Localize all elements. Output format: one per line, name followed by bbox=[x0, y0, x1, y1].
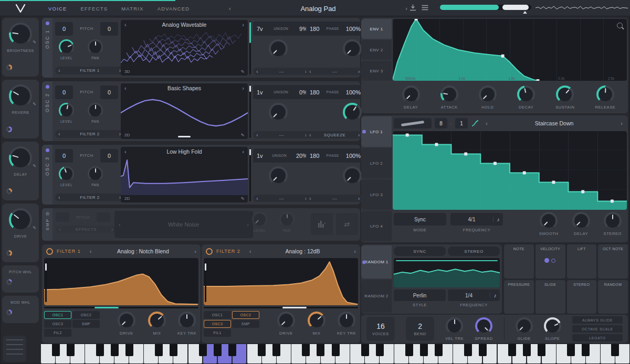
black-key[interactable] bbox=[111, 344, 119, 356]
sample-tab[interactable]: SMP bbox=[42, 208, 52, 241]
preset-selector[interactable]: ‹ Analog Pad › bbox=[225, 1, 412, 16]
black-key[interactable] bbox=[52, 344, 60, 356]
random-tab[interactable]: RANDOM 2 bbox=[361, 280, 392, 313]
lfo-grid-rows-field[interactable]: 8 bbox=[435, 118, 447, 129]
wavetable-edit-icon[interactable]: ✎ bbox=[240, 69, 245, 74]
wheel-cell[interactable]: MOD WHL bbox=[2, 296, 39, 323]
lfo-mode-button[interactable]: Sync bbox=[394, 213, 446, 226]
glide-knob[interactable] bbox=[516, 317, 533, 335]
bend-value[interactable]: 2 bbox=[418, 322, 422, 330]
chevron-left-icon[interactable]: ‹ bbox=[59, 227, 61, 232]
note-icon[interactable]: ♪ bbox=[490, 293, 500, 298]
black-key[interactable] bbox=[376, 344, 384, 356]
env-knob[interactable] bbox=[440, 85, 458, 103]
wavetable-prev-icon[interactable]: ‹ bbox=[124, 149, 127, 155]
lfo-tab[interactable]: LFO 2 bbox=[361, 148, 392, 178]
vel-trk-knob[interactable] bbox=[446, 317, 463, 335]
chevron-left-icon[interactable]: ‹ bbox=[58, 131, 60, 137]
filter-model-next-icon[interactable]: › bbox=[194, 249, 196, 254]
filter2-display[interactable] bbox=[204, 258, 358, 305]
slope-knob[interactable] bbox=[544, 317, 561, 335]
macro-knob[interactable] bbox=[9, 84, 32, 108]
chevron-right-icon[interactable]: › bbox=[358, 69, 360, 74]
filter-input-toggle[interactable]: SMP bbox=[72, 320, 100, 328]
env-knob[interactable] bbox=[556, 85, 574, 103]
lfo-knob[interactable] bbox=[604, 212, 622, 230]
lfo-tab[interactable]: LFO 1 bbox=[361, 116, 392, 147]
black-key[interactable] bbox=[155, 344, 163, 356]
random-stereo-button[interactable]: STEREO bbox=[448, 247, 500, 256]
black-key[interactable] bbox=[582, 344, 590, 356]
osc3-pan-knob[interactable] bbox=[88, 166, 103, 181]
preset-next-icon[interactable]: › bbox=[405, 6, 407, 12]
phase-rand-value[interactable]: 100% bbox=[346, 89, 361, 95]
osc1-phase-control[interactable]: 180 PHASE 100% bbox=[306, 22, 364, 36]
phase-rand-value[interactable]: 100% bbox=[346, 26, 361, 32]
lfo-shape-selector[interactable]: ‹ Staircase Down › bbox=[482, 120, 626, 126]
unison-voices-value[interactable]: 1v bbox=[257, 153, 263, 159]
black-key[interactable] bbox=[538, 344, 545, 356]
osc2-morph-slider[interactable] bbox=[249, 84, 251, 138]
sample-pitch-controls[interactable]: PITCH bbox=[56, 212, 110, 222]
black-key[interactable] bbox=[435, 344, 443, 356]
filter1-drive-knob[interactable] bbox=[118, 312, 135, 329]
nav-tab[interactable]: VOICE bbox=[48, 6, 67, 12]
lfo-knob[interactable] bbox=[540, 212, 558, 230]
macro-knob[interactable] bbox=[9, 146, 32, 169]
random-frequency-button[interactable]: 1/4 ♪ bbox=[448, 290, 500, 301]
bend-control[interactable]: 2 BEND bbox=[406, 317, 434, 341]
osc1-pan-knob[interactable] bbox=[88, 39, 103, 55]
black-key[interactable] bbox=[405, 344, 413, 356]
osc1-level-knob[interactable] bbox=[59, 39, 74, 55]
macro-mod-indicator[interactable] bbox=[6, 65, 12, 70]
chevron-right-icon[interactable]: › bbox=[111, 227, 113, 232]
osc3-level-knob[interactable] bbox=[59, 166, 74, 181]
osc1-view-mode-toggle[interactable]: 3D bbox=[124, 69, 130, 74]
osc2-wavetable-display[interactable]: ‹ Basic Shapes › 2D ✎ bbox=[121, 83, 248, 139]
mod-source-cell[interactable]: PRESSURE bbox=[504, 280, 534, 314]
bend-wheel-widget[interactable] bbox=[3, 336, 26, 362]
chevron-left-icon[interactable]: ‹ bbox=[256, 196, 258, 201]
filter1-model-selector[interactable]: Analog : Notch Blend bbox=[96, 248, 191, 254]
osc3-wavetable-display[interactable]: ‹ Low High Fold › 2D ✎ bbox=[121, 147, 248, 202]
lfo-display[interactable] bbox=[393, 131, 627, 210]
rename-icon[interactable]: ✎ bbox=[33, 226, 36, 230]
osc3-phase-control[interactable]: 180 PHASE 100% bbox=[306, 148, 364, 163]
osc1-power-toggle[interactable] bbox=[46, 22, 49, 25]
macro-mod-indicator[interactable] bbox=[6, 126, 12, 132]
filter-model-prev-icon[interactable]: ‹ bbox=[90, 249, 92, 254]
macro-mod-indicator[interactable] bbox=[6, 250, 12, 256]
osc3-mod-knob-2[interactable] bbox=[343, 166, 362, 185]
filter1-keytrack-knob[interactable] bbox=[178, 312, 196, 329]
vital-logo[interactable] bbox=[0, 1, 41, 16]
note-icon[interactable]: ♪ bbox=[493, 217, 503, 222]
filter-input-toggle[interactable]: OSC1 bbox=[204, 311, 231, 319]
wavetable-edit-icon[interactable]: ✎ bbox=[240, 133, 245, 138]
nav-tab[interactable]: EFFECTS bbox=[81, 6, 108, 12]
mod-source-cell[interactable]: NOTE bbox=[504, 244, 534, 279]
black-key[interactable] bbox=[96, 344, 104, 356]
preset-name[interactable]: Analog Pad bbox=[300, 5, 335, 13]
lfo-paint-button[interactable] bbox=[394, 118, 432, 129]
osc2-squeeze-knob[interactable] bbox=[343, 103, 362, 122]
volume-meter[interactable] bbox=[440, 5, 531, 10]
filter2-cutoff-slider[interactable] bbox=[204, 307, 358, 308]
black-key[interactable] bbox=[567, 344, 575, 356]
shape-next-icon[interactable]: › bbox=[621, 121, 623, 126]
macro-knob[interactable] bbox=[9, 23, 32, 46]
osc3-mod-knob-1[interactable] bbox=[269, 166, 288, 185]
black-key[interactable] bbox=[317, 344, 324, 356]
black-key[interactable] bbox=[125, 344, 133, 356]
osc3-transpose-field[interactable]: 0 bbox=[55, 149, 73, 163]
osc3-view-mode-toggle[interactable]: 2D bbox=[124, 196, 130, 201]
phase-value[interactable]: 180 bbox=[310, 26, 319, 32]
zoom-icon[interactable] bbox=[617, 23, 623, 28]
chevron-left-icon[interactable]: ‹ bbox=[58, 195, 60, 200]
filter2-drive-knob[interactable] bbox=[277, 312, 295, 329]
chevron-right-icon[interactable]: › bbox=[358, 196, 360, 201]
chevron-left-icon[interactable]: ‹ bbox=[309, 132, 311, 138]
black-key[interactable] bbox=[508, 344, 516, 356]
wheel-cell[interactable]: PITCH WHL bbox=[2, 265, 39, 293]
lfo-curve[interactable] bbox=[393, 131, 627, 210]
phase-value[interactable]: 180 bbox=[310, 89, 319, 95]
